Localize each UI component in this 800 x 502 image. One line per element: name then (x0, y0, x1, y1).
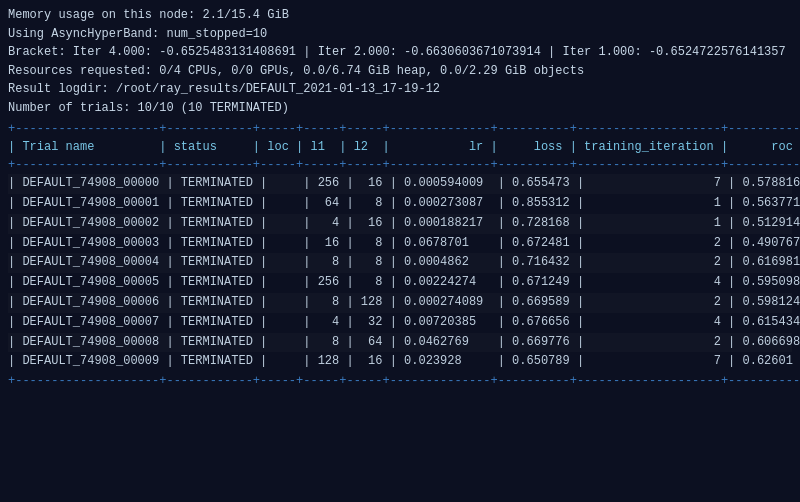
table-row: | DEFAULT_74908_00003 | TERMINATED | | 1… (8, 234, 792, 254)
table-row: | DEFAULT_74908_00007 | TERMINATED | | 4… (8, 313, 792, 333)
info-line-3: Bracket: Iter 4.000: -0.6525483131408691… (8, 43, 792, 62)
table-row: | DEFAULT_74908_00002 | TERMINATED | | 4… (8, 214, 792, 234)
table-row: | DEFAULT_74908_00001 | TERMINATED | | 6… (8, 194, 792, 214)
info-line-2: Using AsyncHyperBand: num_stopped=10 (8, 25, 792, 44)
table-divider-top: +--------------------+------------+-----… (8, 120, 792, 138)
table-row: | DEFAULT_74908_00005 | TERMINATED | | 2… (8, 273, 792, 293)
info-line-4: Resources requested: 0/4 CPUs, 0/0 GPUs,… (8, 62, 792, 81)
info-line-5: Result logdir: /root/ray_results/DEFAULT… (8, 80, 792, 99)
table-row: | DEFAULT_74908_00004 | TERMINATED | | 8… (8, 253, 792, 273)
terminal: Memory usage on this node: 2.1/15.4 GiB … (0, 0, 800, 502)
table-header: | Trial name | status | loc | l1 | l2 | … (8, 138, 792, 157)
table-row: | DEFAULT_74908_00009 | TERMINATED | | 1… (8, 352, 792, 372)
table-body: | DEFAULT_74908_00000 | TERMINATED | | 2… (8, 174, 792, 372)
table-row: | DEFAULT_74908_00008 | TERMINATED | | 8… (8, 333, 792, 353)
table-divider-mid: +--------------------+------------+-----… (8, 156, 792, 174)
table-divider-bot: +--------------------+------------+-----… (8, 372, 792, 390)
results-table: +--------------------+------------+-----… (8, 120, 792, 391)
table-row: | DEFAULT_74908_00000 | TERMINATED | | 2… (8, 174, 792, 194)
table-row: | DEFAULT_74908_00006 | TERMINATED | | 8… (8, 293, 792, 313)
info-line-6: Number of trials: 10/10 (10 TERMINATED) (8, 99, 792, 118)
info-line-1: Memory usage on this node: 2.1/15.4 GiB (8, 6, 792, 25)
